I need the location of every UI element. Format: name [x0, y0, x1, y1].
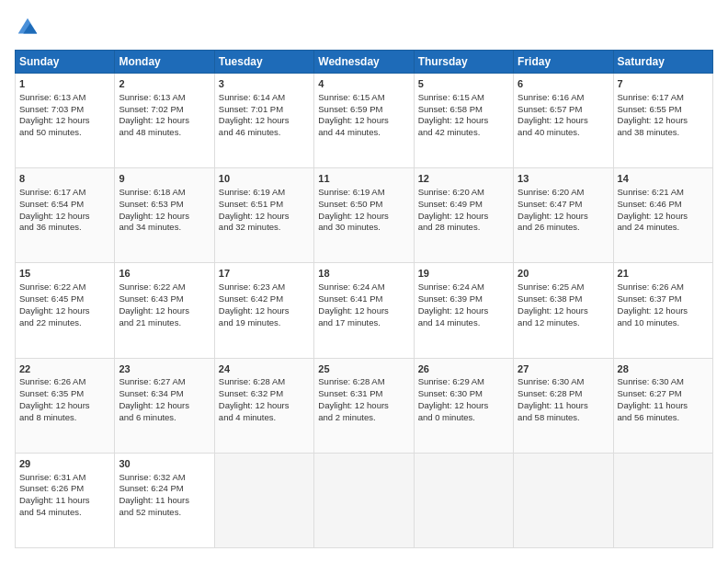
day-number: 25 [318, 362, 409, 376]
cell-info-line: Sunrise: 6:26 AM [618, 282, 709, 293]
cell-info-line: Daylight: 12 hours [518, 211, 609, 223]
cell-info-line: Sunset: 6:55 PM [618, 104, 709, 116]
cell-info-line: and 24 minutes. [618, 222, 709, 234]
cell-info-line: Sunrise: 6:29 AM [418, 376, 509, 388]
calendar-cell: 24Sunrise: 6:28 AMSunset: 6:32 PMDayligh… [214, 358, 313, 453]
cell-info-line: and 30 minutes. [318, 222, 409, 234]
cell-info-line: Sunset: 6:38 PM [518, 293, 609, 305]
cell-info-line: Daylight: 12 hours [19, 400, 110, 412]
cell-info-line: Daylight: 12 hours [618, 115, 709, 127]
cell-info-line: Sunrise: 6:20 AM [418, 187, 509, 199]
cell-info-line: Sunrise: 6:28 AM [219, 376, 310, 388]
cell-info-line: and 8 minutes. [19, 412, 110, 424]
day-number: 22 [19, 362, 110, 376]
logo [15, 15, 44, 40]
col-header-wednesday: Wednesday [314, 51, 414, 74]
day-number: 28 [618, 362, 709, 376]
cell-info-line: and 50 minutes. [19, 127, 110, 139]
calendar-cell: 12Sunrise: 6:20 AMSunset: 6:49 PMDayligh… [414, 168, 513, 263]
day-number: 23 [119, 362, 210, 376]
cell-info-line: Sunset: 6:58 PM [418, 104, 509, 116]
cell-info-line: Sunrise: 6:26 AM [19, 376, 110, 388]
cell-info-line: Sunrise: 6:13 AM [119, 92, 210, 104]
col-header-friday: Friday [514, 51, 613, 74]
calendar-cell: 4Sunrise: 6:15 AMSunset: 6:59 PMDaylight… [314, 74, 414, 168]
cell-info-line: Sunrise: 6:32 AM [119, 472, 210, 484]
cell-info-line: Sunset: 6:53 PM [119, 199, 210, 211]
cell-info-line: Sunrise: 6:19 AM [318, 187, 409, 199]
calendar-cell: 15Sunrise: 6:22 AMSunset: 6:45 PMDayligh… [16, 263, 115, 358]
cell-info-line: Sunset: 7:02 PM [119, 104, 210, 116]
day-number: 12 [418, 172, 509, 186]
col-header-sunday: Sunday [16, 51, 115, 74]
cell-info-line: Sunset: 6:57 PM [518, 104, 609, 116]
day-number: 1 [19, 77, 110, 91]
cell-info-line: Daylight: 12 hours [318, 400, 409, 412]
cell-info-line: Sunset: 6:39 PM [418, 293, 509, 305]
cell-info-line: Daylight: 12 hours [119, 115, 210, 127]
cell-info-line: and 22 minutes. [19, 317, 110, 329]
cell-info-line: Daylight: 12 hours [518, 305, 609, 317]
calendar-cell [613, 453, 712, 547]
cell-info-line: Sunrise: 6:30 AM [618, 376, 709, 388]
day-number: 2 [119, 77, 210, 91]
cell-info-line: Sunrise: 6:21 AM [618, 187, 709, 199]
calendar-cell: 14Sunrise: 6:21 AMSunset: 6:46 PMDayligh… [613, 168, 712, 263]
cell-info-line: Sunset: 6:37 PM [618, 293, 709, 305]
week-row-3: 15Sunrise: 6:22 AMSunset: 6:45 PMDayligh… [16, 263, 713, 358]
cell-info-line: and 14 minutes. [418, 317, 509, 329]
day-number: 10 [219, 172, 310, 186]
day-number: 3 [219, 77, 310, 91]
cell-info-line: Daylight: 12 hours [19, 115, 110, 127]
page: SundayMondayTuesdayWednesdayThursdayFrid… [0, 0, 728, 563]
cell-info-line: Sunrise: 6:15 AM [318, 92, 409, 104]
week-row-1: 1Sunrise: 6:13 AMSunset: 7:03 PMDaylight… [16, 74, 713, 168]
cell-info-line: Sunset: 6:45 PM [19, 293, 110, 305]
cell-info-line: Daylight: 12 hours [318, 305, 409, 317]
calendar-cell: 11Sunrise: 6:19 AMSunset: 6:50 PMDayligh… [314, 168, 414, 263]
day-number: 13 [518, 172, 609, 186]
cell-info-line: Sunset: 6:41 PM [318, 293, 409, 305]
day-number: 18 [318, 267, 409, 281]
cell-info-line: Sunset: 7:01 PM [219, 104, 310, 116]
calendar-cell: 6Sunrise: 6:16 AMSunset: 6:57 PMDaylight… [514, 74, 613, 168]
header [15, 15, 713, 40]
cell-info-line: Sunset: 6:34 PM [119, 388, 210, 400]
cell-info-line: and 40 minutes. [518, 127, 609, 139]
logo-icon [15, 15, 40, 40]
cell-info-line: and 46 minutes. [219, 127, 310, 139]
calendar-table: SundayMondayTuesdayWednesdayThursdayFrid… [15, 50, 713, 548]
day-number: 9 [119, 172, 210, 186]
cell-info-line: and 26 minutes. [518, 222, 609, 234]
cell-info-line: Daylight: 12 hours [318, 211, 409, 223]
cell-info-line: Sunrise: 6:19 AM [219, 187, 310, 199]
cell-info-line: Sunset: 6:42 PM [219, 293, 310, 305]
cell-info-line: Daylight: 12 hours [618, 305, 709, 317]
cell-info-line: and 58 minutes. [518, 412, 609, 424]
cell-info-line: Daylight: 12 hours [418, 115, 509, 127]
day-number: 29 [19, 457, 110, 471]
cell-info-line: Sunrise: 6:30 AM [518, 376, 609, 388]
cell-info-line: and 34 minutes. [119, 222, 210, 234]
cell-info-line: Sunset: 6:24 PM [119, 483, 210, 495]
cell-info-line: Daylight: 12 hours [618, 211, 709, 223]
day-number: 26 [418, 362, 509, 376]
cell-info-line: and 12 minutes. [518, 317, 609, 329]
cell-info-line: and 42 minutes. [418, 127, 509, 139]
week-row-5: 29Sunrise: 6:31 AMSunset: 6:26 PMDayligh… [16, 453, 713, 547]
cell-info-line: Daylight: 12 hours [19, 211, 110, 223]
cell-info-line: Daylight: 12 hours [219, 400, 310, 412]
calendar-cell: 20Sunrise: 6:25 AMSunset: 6:38 PMDayligh… [514, 263, 613, 358]
cell-info-line: Daylight: 11 hours [119, 495, 210, 507]
cell-info-line: Sunset: 6:31 PM [318, 388, 409, 400]
cell-info-line: Sunrise: 6:24 AM [418, 282, 509, 293]
cell-info-line: Daylight: 12 hours [219, 305, 310, 317]
day-number: 17 [219, 267, 310, 281]
cell-info-line: Sunset: 6:32 PM [219, 388, 310, 400]
cell-info-line: and 0 minutes. [418, 412, 509, 424]
calendar-cell: 9Sunrise: 6:18 AMSunset: 6:53 PMDaylight… [115, 168, 214, 263]
calendar-cell [514, 453, 613, 547]
cell-info-line: Sunset: 6:27 PM [618, 388, 709, 400]
calendar-cell: 27Sunrise: 6:30 AMSunset: 6:28 PMDayligh… [514, 358, 613, 453]
cell-info-line: Daylight: 11 hours [618, 400, 709, 412]
